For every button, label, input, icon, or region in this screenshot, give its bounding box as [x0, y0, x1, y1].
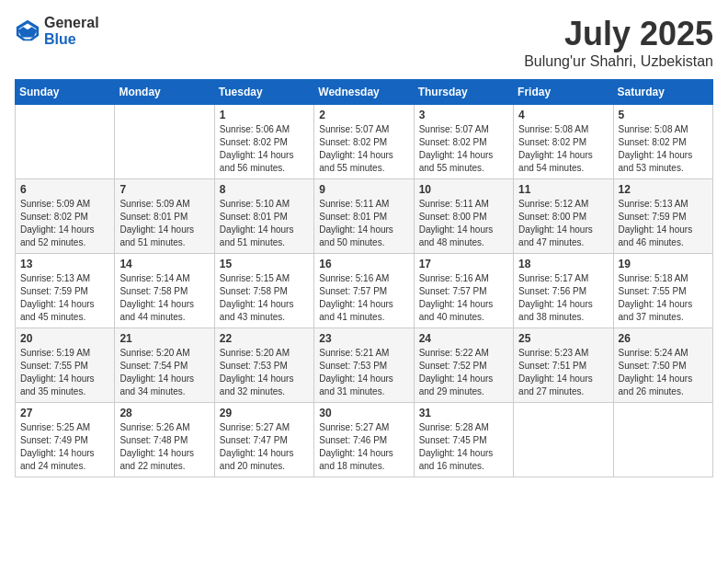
calendar-cell: 26Sunrise: 5:24 AM Sunset: 7:50 PM Dayli…	[613, 328, 712, 403]
cell-info: Sunrise: 5:27 AM Sunset: 7:47 PM Dayligh…	[220, 421, 309, 473]
calendar-cell: 28Sunrise: 5:26 AM Sunset: 7:48 PM Dayli…	[115, 403, 214, 477]
day-number: 3	[419, 109, 508, 121]
cell-info: Sunrise: 5:09 AM Sunset: 8:01 PM Dayligh…	[119, 198, 209, 249]
cell-info: Sunrise: 5:06 AM Sunset: 8:02 PM Dayligh…	[220, 123, 309, 175]
week-row-2: 6Sunrise: 5:09 AM Sunset: 8:02 PM Daylig…	[16, 179, 713, 254]
day-number: 23	[319, 332, 408, 345]
day-number: 18	[518, 258, 608, 270]
day-number: 31	[419, 407, 508, 419]
day-number: 26	[619, 332, 708, 345]
calendar-cell: 23Sunrise: 5:21 AM Sunset: 7:53 PM Dayli…	[314, 328, 414, 403]
calendar-cell: 8Sunrise: 5:10 AM Sunset: 8:01 PM Daylig…	[214, 179, 313, 254]
calendar-cell: 7Sunrise: 5:09 AM Sunset: 8:01 PM Daylig…	[115, 179, 214, 254]
day-number: 24	[419, 332, 508, 345]
calendar-cell: 5Sunrise: 5:08 AM Sunset: 8:02 PM Daylig…	[613, 105, 712, 179]
day-number: 6	[20, 183, 109, 196]
day-number: 11	[518, 183, 608, 196]
logo-general: General	[44, 15, 99, 31]
calendar-cell: 2Sunrise: 5:07 AM Sunset: 8:02 PM Daylig…	[314, 105, 414, 179]
cell-info: Sunrise: 5:13 AM Sunset: 7:59 PM Dayligh…	[20, 272, 109, 324]
calendar-cell: 30Sunrise: 5:27 AM Sunset: 7:46 PM Dayli…	[314, 403, 414, 477]
cell-info: Sunrise: 5:14 AM Sunset: 7:58 PM Dayligh…	[119, 272, 209, 324]
calendar-cell: 18Sunrise: 5:17 AM Sunset: 7:56 PM Dayli…	[514, 254, 613, 328]
calendar-cell: 14Sunrise: 5:14 AM Sunset: 7:58 PM Dayli…	[115, 254, 214, 328]
week-row-1: 1Sunrise: 5:06 AM Sunset: 8:02 PM Daylig…	[16, 105, 713, 179]
calendar-cell	[514, 403, 613, 477]
calendar-cell: 20Sunrise: 5:19 AM Sunset: 7:55 PM Dayli…	[16, 328, 115, 403]
logo-text: General Blue	[44, 15, 99, 47]
calendar-cell: 21Sunrise: 5:20 AM Sunset: 7:54 PM Dayli…	[115, 328, 214, 403]
day-number: 5	[619, 109, 708, 121]
day-number: 4	[518, 109, 608, 121]
calendar-cell: 9Sunrise: 5:11 AM Sunset: 8:01 PM Daylig…	[314, 179, 414, 254]
cell-info: Sunrise: 5:24 AM Sunset: 7:50 PM Dayligh…	[619, 347, 708, 398]
day-number: 22	[220, 332, 309, 345]
calendar-cell: 10Sunrise: 5:11 AM Sunset: 8:00 PM Dayli…	[414, 179, 513, 254]
calendar-cell: 24Sunrise: 5:22 AM Sunset: 7:52 PM Dayli…	[414, 328, 513, 403]
cell-info: Sunrise: 5:08 AM Sunset: 8:02 PM Dayligh…	[619, 123, 708, 175]
week-row-4: 20Sunrise: 5:19 AM Sunset: 7:55 PM Dayli…	[16, 328, 713, 403]
col-header-friday: Friday	[514, 80, 613, 105]
day-number: 28	[119, 407, 209, 419]
month-title: July 2025	[524, 15, 713, 53]
cell-info: Sunrise: 5:10 AM Sunset: 8:01 PM Dayligh…	[220, 198, 309, 249]
calendar-cell: 11Sunrise: 5:12 AM Sunset: 8:00 PM Dayli…	[514, 179, 613, 254]
header-row: SundayMondayTuesdayWednesdayThursdayFrid…	[16, 80, 713, 105]
calendar-table: SundayMondayTuesdayWednesdayThursdayFrid…	[15, 79, 713, 477]
col-header-saturday: Saturday	[613, 80, 712, 105]
calendar-cell: 29Sunrise: 5:27 AM Sunset: 7:47 PM Dayli…	[214, 403, 313, 477]
day-number: 27	[20, 407, 109, 419]
calendar-cell: 12Sunrise: 5:13 AM Sunset: 7:59 PM Dayli…	[613, 179, 712, 254]
col-header-wednesday: Wednesday	[314, 80, 414, 105]
day-number: 14	[119, 258, 209, 270]
cell-info: Sunrise: 5:11 AM Sunset: 8:01 PM Dayligh…	[319, 198, 408, 249]
col-header-monday: Monday	[115, 80, 214, 105]
day-number: 21	[119, 332, 209, 345]
cell-info: Sunrise: 5:21 AM Sunset: 7:53 PM Dayligh…	[319, 347, 408, 398]
cell-info: Sunrise: 5:15 AM Sunset: 7:58 PM Dayligh…	[220, 272, 309, 324]
calendar-cell	[613, 403, 712, 477]
day-number: 17	[419, 258, 508, 270]
cell-info: Sunrise: 5:20 AM Sunset: 7:53 PM Dayligh…	[220, 347, 309, 398]
calendar-cell: 19Sunrise: 5:18 AM Sunset: 7:55 PM Dayli…	[613, 254, 712, 328]
day-number: 15	[220, 258, 309, 270]
cell-info: Sunrise: 5:13 AM Sunset: 7:59 PM Dayligh…	[619, 198, 708, 249]
calendar-cell: 22Sunrise: 5:20 AM Sunset: 7:53 PM Dayli…	[214, 328, 313, 403]
logo: General Blue	[15, 15, 99, 47]
cell-info: Sunrise: 5:23 AM Sunset: 7:51 PM Dayligh…	[518, 347, 608, 398]
cell-info: Sunrise: 5:09 AM Sunset: 8:02 PM Dayligh…	[20, 198, 109, 249]
day-number: 13	[20, 258, 109, 270]
day-number: 12	[619, 183, 708, 196]
calendar-cell: 25Sunrise: 5:23 AM Sunset: 7:51 PM Dayli…	[514, 328, 613, 403]
day-number: 9	[319, 183, 408, 196]
day-number: 29	[220, 407, 309, 419]
calendar-cell: 13Sunrise: 5:13 AM Sunset: 7:59 PM Dayli…	[16, 254, 115, 328]
cell-info: Sunrise: 5:17 AM Sunset: 7:56 PM Dayligh…	[518, 272, 608, 324]
calendar-cell: 15Sunrise: 5:15 AM Sunset: 7:58 PM Dayli…	[214, 254, 313, 328]
calendar-cell: 27Sunrise: 5:25 AM Sunset: 7:49 PM Dayli…	[16, 403, 115, 477]
logo-icon	[15, 18, 40, 44]
page-header: General Blue July 2025 Bulung'ur Shahri,…	[15, 15, 713, 70]
calendar-cell: 16Sunrise: 5:16 AM Sunset: 7:57 PM Dayli…	[314, 254, 414, 328]
cell-info: Sunrise: 5:18 AM Sunset: 7:55 PM Dayligh…	[619, 272, 708, 324]
cell-info: Sunrise: 5:22 AM Sunset: 7:52 PM Dayligh…	[419, 347, 508, 398]
day-number: 20	[20, 332, 109, 345]
col-header-sunday: Sunday	[16, 80, 115, 105]
calendar-cell: 6Sunrise: 5:09 AM Sunset: 8:02 PM Daylig…	[16, 179, 115, 254]
logo-blue: Blue	[44, 31, 99, 48]
calendar-cell	[115, 105, 214, 179]
cell-info: Sunrise: 5:16 AM Sunset: 7:57 PM Dayligh…	[419, 272, 508, 324]
location-subtitle: Bulung'ur Shahri, Uzbekistan	[524, 53, 713, 70]
cell-info: Sunrise: 5:07 AM Sunset: 8:02 PM Dayligh…	[419, 123, 508, 175]
day-number: 1	[220, 109, 309, 121]
calendar-cell: 31Sunrise: 5:28 AM Sunset: 7:45 PM Dayli…	[414, 403, 513, 477]
cell-info: Sunrise: 5:08 AM Sunset: 8:02 PM Dayligh…	[518, 123, 608, 175]
cell-info: Sunrise: 5:11 AM Sunset: 8:00 PM Dayligh…	[419, 198, 508, 249]
calendar-cell: 17Sunrise: 5:16 AM Sunset: 7:57 PM Dayli…	[414, 254, 513, 328]
cell-info: Sunrise: 5:26 AM Sunset: 7:48 PM Dayligh…	[119, 421, 209, 473]
day-number: 30	[319, 407, 408, 419]
col-header-thursday: Thursday	[414, 80, 513, 105]
day-number: 7	[119, 183, 209, 196]
day-number: 8	[220, 183, 309, 196]
calendar-cell	[16, 105, 115, 179]
